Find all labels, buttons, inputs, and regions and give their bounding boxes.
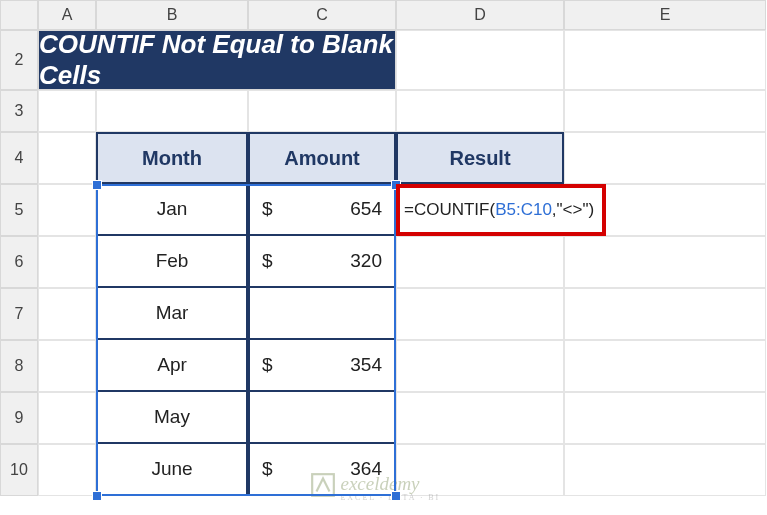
cell-B3[interactable] — [96, 90, 248, 132]
cell-E3[interactable] — [564, 90, 766, 132]
table-header-amount[interactable]: Amount — [248, 132, 396, 184]
selection-handle-tl[interactable] — [92, 180, 102, 190]
cell-E2[interactable] — [564, 30, 766, 90]
cell-A5[interactable] — [38, 184, 96, 236]
amount-value: 654 — [350, 198, 382, 220]
currency-symbol: $ — [262, 198, 273, 220]
title-banner: COUNTIF Not Equal to Blank Cells — [38, 30, 396, 90]
cell-A6[interactable] — [38, 236, 96, 288]
cell-E8[interactable] — [564, 340, 766, 392]
cell-A9[interactable] — [38, 392, 96, 444]
selection-handle-br[interactable] — [391, 491, 401, 501]
cell-amount-feb[interactable]: $ 320 — [248, 236, 396, 288]
row-header-9[interactable]: 9 — [0, 392, 38, 444]
cell-D9[interactable] — [396, 392, 564, 444]
cell-amount-apr[interactable]: $ 354 — [248, 340, 396, 392]
cell-amount-june[interactable]: $ 364 — [248, 444, 396, 496]
row-header-2[interactable]: 2 — [0, 30, 38, 90]
cell-A3[interactable] — [38, 90, 96, 132]
cell-E4[interactable] — [564, 132, 766, 184]
row-header-10[interactable]: 10 — [0, 444, 38, 496]
cell-D8[interactable] — [396, 340, 564, 392]
currency-symbol: $ — [262, 250, 273, 272]
table-header-result[interactable]: Result — [396, 132, 564, 184]
formula-cell-D5[interactable]: =COUNTIF(B5:C10,"<>") — [396, 184, 606, 236]
formula-suffix: ,"<>") — [552, 200, 594, 220]
row-header-6[interactable]: 6 — [0, 236, 38, 288]
cell-E10[interactable] — [564, 444, 766, 496]
cell-E6[interactable] — [564, 236, 766, 288]
cell-amount-may[interactable] — [248, 392, 396, 444]
cell-A4[interactable] — [38, 132, 96, 184]
cell-amount-jan[interactable]: $ 654 — [248, 184, 396, 236]
amount-value: 354 — [350, 354, 382, 376]
formula-range: B5:C10 — [495, 200, 552, 220]
cell-A7[interactable] — [38, 288, 96, 340]
formula-prefix: =COUNTIF( — [404, 200, 495, 220]
cell-D6[interactable] — [396, 236, 564, 288]
spreadsheet-grid: A B C D E 2 COUNTIF Not Equal to Blank C… — [0, 0, 767, 496]
cell-E7[interactable] — [564, 288, 766, 340]
row-header-8[interactable]: 8 — [0, 340, 38, 392]
cell-D10[interactable] — [396, 444, 564, 496]
col-header-E[interactable]: E — [564, 0, 766, 30]
amount-value: 320 — [350, 250, 382, 272]
cell-month-may[interactable]: May — [96, 392, 248, 444]
cell-D2[interactable] — [396, 30, 564, 90]
col-header-D[interactable]: D — [396, 0, 564, 30]
cell-A8[interactable] — [38, 340, 96, 392]
selection-handle-bl[interactable] — [92, 491, 102, 501]
col-header-B[interactable]: B — [96, 0, 248, 30]
cell-C3[interactable] — [248, 90, 396, 132]
cell-month-june[interactable]: June — [96, 444, 248, 496]
currency-symbol: $ — [262, 458, 273, 480]
cell-month-apr[interactable]: Apr — [96, 340, 248, 392]
col-header-A[interactable]: A — [38, 0, 96, 30]
cell-A10[interactable] — [38, 444, 96, 496]
row-header-5[interactable]: 5 — [0, 184, 38, 236]
amount-value: 364 — [350, 458, 382, 480]
cell-month-feb[interactable]: Feb — [96, 236, 248, 288]
cell-D7[interactable] — [396, 288, 564, 340]
col-header-C[interactable]: C — [248, 0, 396, 30]
cell-amount-mar[interactable] — [248, 288, 396, 340]
currency-symbol: $ — [262, 354, 273, 376]
cell-E9[interactable] — [564, 392, 766, 444]
row-header-4[interactable]: 4 — [0, 132, 38, 184]
table-header-month[interactable]: Month — [96, 132, 248, 184]
row-header-3[interactable]: 3 — [0, 90, 38, 132]
select-all-corner[interactable] — [0, 0, 38, 30]
cell-month-jan[interactable]: Jan — [96, 184, 248, 236]
cell-D3[interactable] — [396, 90, 564, 132]
row-header-7[interactable]: 7 — [0, 288, 38, 340]
cell-month-mar[interactable]: Mar — [96, 288, 248, 340]
